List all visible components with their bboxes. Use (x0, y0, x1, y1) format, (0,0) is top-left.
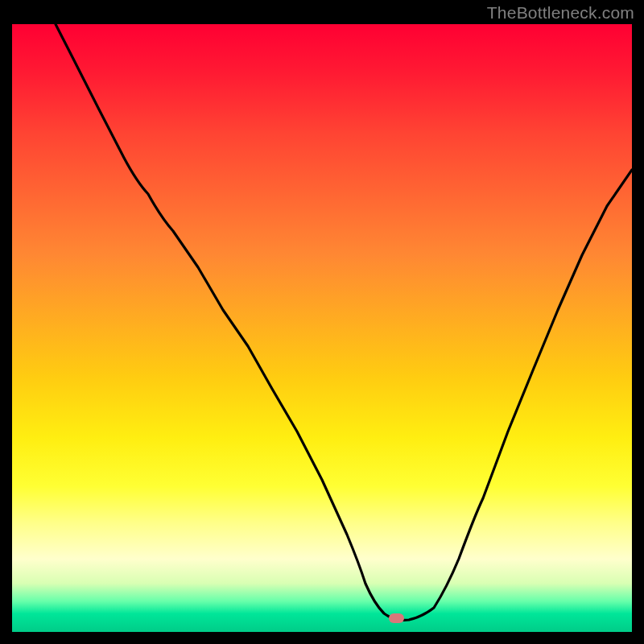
watermark-text: TheBottleneck.com (487, 3, 634, 23)
chart-frame: TheBottleneck.com (0, 0, 644, 644)
plot-area (12, 24, 632, 632)
optimum-marker (389, 613, 404, 623)
bottleneck-curve (12, 24, 632, 632)
